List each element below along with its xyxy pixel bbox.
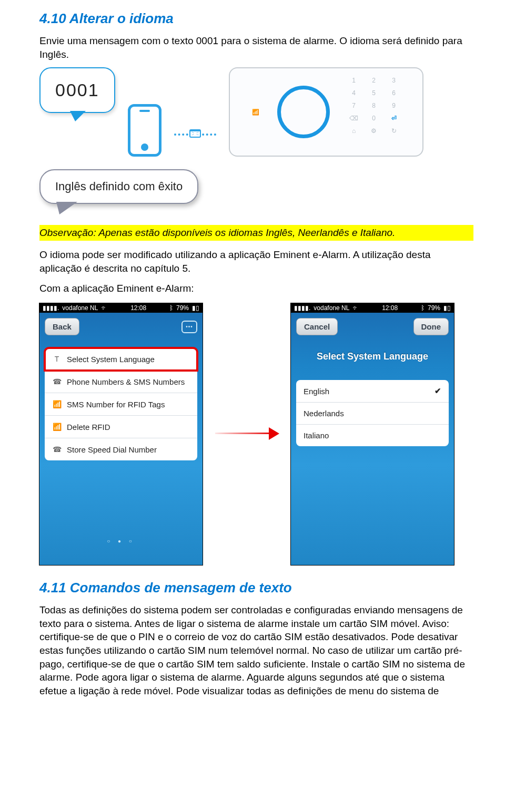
list-item-label: Select System Language — [67, 355, 155, 364]
cancel-button[interactable]: Cancel — [296, 318, 338, 335]
keypad-key: 0 — [368, 114, 380, 123]
keypad-key: 3 — [388, 76, 400, 85]
list-item-label: Italiano — [304, 431, 329, 440]
list-item-sms-rfid[interactable]: 📶 SMS Number for RFID Tags — [45, 393, 197, 416]
rfid-icon: 📶 — [52, 399, 62, 409]
carrier-label: vodafone NL — [62, 304, 98, 312]
phone-icon: ☎ — [52, 445, 62, 454]
list-item-delete-rfid[interactable]: 📶 Delete RFID — [45, 416, 197, 438]
list-item-select-language[interactable]: T Select System Language — [45, 348, 197, 371]
heading-4-11: 4.11 Comandos de mensagem de texto — [39, 580, 473, 596]
phone-screenshot-left: ▮▮▮▮. vodafone NL ᯤ 12:08 ᛒ 79% ▮▯ Back … — [39, 303, 203, 565]
battery-label: 79% — [176, 304, 189, 312]
phone-screenshot-right: ▮▮▮▮. vodafone NL ᯤ 12:08 ᛒ 79% ▮▯ Cance… — [291, 303, 454, 565]
keypad-key: ⌂ — [348, 126, 360, 136]
keypad-key: 9 — [388, 101, 400, 110]
sms-diagram: 0001 📶 1 2 3 4 5 6 7 8 9 ⌫ 0 ⏎ ⌂ ⚙ ↻ — [39, 67, 473, 157]
keypad-key: 5 — [368, 88, 380, 98]
list-item-label: Delete RFID — [67, 423, 110, 431]
signal-icon: 📶 — [252, 109, 259, 116]
battery-label: 79% — [428, 304, 440, 312]
intro-text: Envie uma mensagem com o texto 0001 para… — [39, 34, 473, 61]
keypad-key: ⌫ — [348, 114, 360, 123]
language-list: English ✔ Nederlands Italiano — [296, 380, 449, 446]
keypad-key: ⚙ — [368, 126, 380, 136]
keypad-key: 4 — [348, 88, 360, 98]
list-item-label: Nederlands — [304, 409, 344, 418]
check-icon: ✔ — [435, 386, 441, 396]
list-item-label: Store Speed Dial Number — [67, 445, 157, 454]
status-bar: ▮▮▮▮. vodafone NL ᯤ 12:08 ᛒ 79% ▮▯ — [291, 303, 454, 313]
settings-list: T Select System Language ☎ Phone Numbers… — [45, 348, 197, 460]
red-arrow-icon — [215, 433, 278, 436]
keypad-key: 8 — [368, 101, 380, 110]
battery-icon: ▮▯ — [192, 304, 199, 312]
alarm-button-icon — [277, 86, 330, 138]
keypad-key: 7 — [348, 101, 360, 110]
screen-title: Select System Language — [291, 348, 454, 371]
keypad-illustration: 1 2 3 4 5 6 7 8 9 ⌫ 0 ⏎ ⌂ ⚙ ↻ — [348, 76, 400, 148]
rfid-x-icon: 📶 — [52, 422, 62, 431]
status-time: 12:08 — [130, 304, 146, 312]
transmission-icon — [174, 133, 216, 136]
bluetooth-icon: ᛒ — [169, 304, 173, 312]
mobile-phone-icon — [128, 104, 161, 157]
keypad-key: 2 — [368, 76, 380, 85]
body-text: Com a aplicação Eminent e-Alarm: — [39, 282, 473, 295]
keypad-key: 1 — [348, 76, 360, 85]
sms-bubble-icon[interactable] — [181, 321, 197, 333]
carrier-label: vodafone NL — [314, 304, 349, 312]
wifi-icon: ᯤ — [101, 304, 107, 312]
body-text: O idioma pode ser modificado utilizando … — [39, 248, 473, 275]
list-item-phone-numbers[interactable]: ☎ Phone Numbers & SMS Numbers — [45, 371, 197, 393]
list-item-label: SMS Number for RFID Tags — [67, 400, 165, 409]
keypad-key: ⏎ — [388, 114, 400, 123]
keypad-key: ↻ — [388, 126, 400, 136]
note-highlight: Observação: Apenas estão disponíveis os … — [39, 225, 473, 241]
envelope-icon — [189, 129, 201, 138]
list-item-label: Phone Numbers & SMS Numbers — [67, 377, 185, 386]
status-time: 12:08 — [382, 304, 398, 312]
alarm-panel-illustration: 📶 1 2 3 4 5 6 7 8 9 ⌫ 0 ⏎ ⌂ ⚙ ↻ — [229, 67, 423, 157]
language-option-english[interactable]: English ✔ — [296, 380, 449, 403]
done-button[interactable]: Done — [413, 318, 449, 335]
phone-icon: ☎ — [52, 377, 62, 386]
app-screenshots-row: ▮▮▮▮. vodafone NL ᯤ 12:08 ᛒ 79% ▮▯ Back … — [39, 303, 473, 565]
signal-bars-icon: ▮▮▮▮. — [43, 304, 59, 312]
signal-bars-icon: ▮▮▮▮. — [294, 304, 310, 312]
nav-bar: Cancel Done — [291, 313, 454, 348]
wifi-icon: ᯤ — [352, 304, 359, 312]
response-callout: Inglês definido com êxito — [39, 169, 198, 204]
heading-4-10: 4.10 Alterar o idioma — [39, 11, 473, 27]
language-option-nederlands[interactable]: Nederlands — [296, 403, 449, 425]
text-icon: T — [52, 354, 62, 364]
status-bar: ▮▮▮▮. vodafone NL ᯤ 12:08 ᛒ 79% ▮▯ — [39, 303, 203, 313]
list-item-label: English — [304, 387, 329, 396]
back-button[interactable]: Back — [45, 318, 79, 335]
keypad-key: 6 — [388, 88, 400, 98]
sms-code-bubble: 0001 — [39, 67, 115, 113]
battery-icon: ▮▯ — [443, 304, 451, 312]
nav-bar: Back — [39, 313, 203, 348]
body-text: Todas as definições do sistema podem ser… — [39, 603, 473, 697]
list-item-speed-dial[interactable]: ☎ Store Speed Dial Number — [45, 438, 197, 460]
language-option-italiano[interactable]: Italiano — [296, 425, 449, 446]
page-dots: ○ ● ○ — [39, 528, 203, 565]
bluetooth-icon: ᛒ — [421, 304, 425, 312]
